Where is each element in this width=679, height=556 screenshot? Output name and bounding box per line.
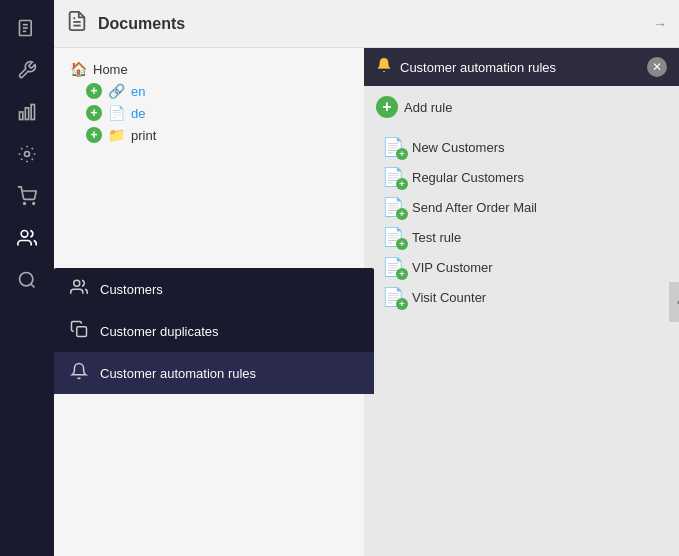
customers-icon <box>70 278 88 300</box>
automation-icon <box>70 362 88 384</box>
svg-point-9 <box>33 203 35 205</box>
tree-item-home-label: Home <box>93 62 128 77</box>
svg-point-10 <box>21 231 28 238</box>
tree-item-print[interactable]: + 📁 print <box>66 124 352 146</box>
rule-icon-wrapper-6: 📄 + <box>382 286 404 308</box>
rule-label-new-customers: New Customers <box>412 140 504 155</box>
content-area: 🏠 Home + 🔗 en + 📄 de + 📁 print <box>54 48 679 556</box>
rule-label-regular-customers: Regular Customers <box>412 170 524 185</box>
rule-icon-wrapper: 📄 + <box>382 136 404 158</box>
nav-cart-icon[interactable] <box>7 176 47 216</box>
panel-header: Customer automation rules ✕ <box>364 48 679 86</box>
panel-header-bell-icon <box>376 57 392 77</box>
rule-item-send-after-order[interactable]: 📄 + Send After Order Mail <box>376 192 667 222</box>
rule-label-vip-customer: VIP Customer <box>412 260 493 275</box>
context-menu: Customers Customer duplicates <box>54 268 374 394</box>
svg-rect-16 <box>77 327 87 337</box>
rule-badge-3: + <box>396 208 408 220</box>
svg-rect-4 <box>20 112 23 120</box>
rule-item-visit-counter[interactable]: 📄 + Visit Counter <box>376 282 667 312</box>
tree-item-home[interactable]: 🏠 Home <box>66 58 352 80</box>
docs-header: Documents → <box>54 0 679 48</box>
rule-label-visit-counter: Visit Counter <box>412 290 486 305</box>
rule-badge: + <box>396 148 408 160</box>
rule-badge-2: + <box>396 178 408 190</box>
home-icon: 🏠 <box>70 61 87 77</box>
nav-document-icon[interactable] <box>7 8 47 48</box>
svg-line-12 <box>31 284 35 288</box>
add-rule-button[interactable]: + Add rule <box>376 96 667 118</box>
menu-item-customers[interactable]: Customers <box>54 268 374 310</box>
right-panel: Customer automation rules ✕ + Add rule 📄… <box>364 48 679 556</box>
rule-label-test-rule: Test rule <box>412 230 461 245</box>
docs-header-title: Documents <box>98 15 185 33</box>
collapse-toggle[interactable]: ‹ <box>669 282 679 322</box>
docs-header-arrow: → <box>653 16 667 32</box>
svg-point-7 <box>25 152 30 157</box>
link-icon: 🔗 <box>108 83 125 99</box>
rule-label-send-after-order: Send After Order Mail <box>412 200 537 215</box>
docs-header-icon <box>66 10 88 37</box>
nav-chart-icon[interactable] <box>7 92 47 132</box>
add-rule-label: Add rule <box>404 100 452 115</box>
rule-item-vip-customer[interactable]: 📄 + VIP Customer <box>376 252 667 282</box>
tree-item-de-label: de <box>131 106 145 121</box>
menu-item-duplicates-label: Customer duplicates <box>100 324 219 339</box>
menu-item-customers-label: Customers <box>100 282 163 297</box>
svg-point-11 <box>20 273 33 286</box>
svg-point-15 <box>74 280 80 286</box>
nav-search-icon[interactable] <box>7 260 47 300</box>
nav-users-icon[interactable] <box>7 218 47 258</box>
add-rule-plus-icon: + <box>376 96 398 118</box>
rule-item-test-rule[interactable]: 📄 + Test rule <box>376 222 667 252</box>
rule-icon-wrapper-3: 📄 + <box>382 196 404 218</box>
menu-item-automation[interactable]: Customer automation rules <box>54 352 374 394</box>
rules-list: 📄 + New Customers 📄 + Regular Customers <box>376 132 667 312</box>
tree-item-en[interactable]: + 🔗 en <box>66 80 352 102</box>
rule-item-new-customers[interactable]: 📄 + New Customers <box>376 132 667 162</box>
rule-badge-5: + <box>396 268 408 280</box>
svg-rect-5 <box>25 108 28 120</box>
docs-sidebar: 🏠 Home + 🔗 en + 📄 de + 📁 print <box>54 48 364 556</box>
panel-close-btn[interactable]: ✕ <box>647 57 667 77</box>
rule-icon-wrapper-2: 📄 + <box>382 166 404 188</box>
rule-item-regular-customers[interactable]: 📄 + Regular Customers <box>376 162 667 192</box>
tree-item-print-label: print <box>131 128 156 143</box>
nav-tool-icon[interactable] <box>7 50 47 90</box>
rule-icon-wrapper-4: 📄 + <box>382 226 404 248</box>
panel-header-title: Customer automation rules <box>400 60 639 75</box>
rule-badge-4: + <box>396 238 408 250</box>
svg-point-8 <box>24 203 26 205</box>
svg-rect-6 <box>31 105 34 120</box>
rule-badge-6: + <box>396 298 408 310</box>
tree-item-en-label: en <box>131 84 145 99</box>
folder-icon-print: 📁 <box>108 127 125 143</box>
duplicates-icon <box>70 320 88 342</box>
doc-icon-de: 📄 <box>108 105 125 121</box>
panel-content: + Add rule 📄 + New Customers 📄 <box>364 86 679 556</box>
menu-item-duplicates[interactable]: Customer duplicates <box>54 310 374 352</box>
main-area: Documents → 🏠 Home + 🔗 en + 📄 de <box>54 0 679 556</box>
add-de-btn[interactable]: + <box>86 105 102 121</box>
nav-settings-icon[interactable] <box>7 134 47 174</box>
add-print-btn[interactable]: + <box>86 127 102 143</box>
tree-item-de[interactable]: + 📄 de <box>66 102 352 124</box>
rule-icon-wrapper-5: 📄 + <box>382 256 404 278</box>
menu-item-automation-label: Customer automation rules <box>100 366 256 381</box>
add-en-btn[interactable]: + <box>86 83 102 99</box>
left-nav <box>0 0 54 556</box>
